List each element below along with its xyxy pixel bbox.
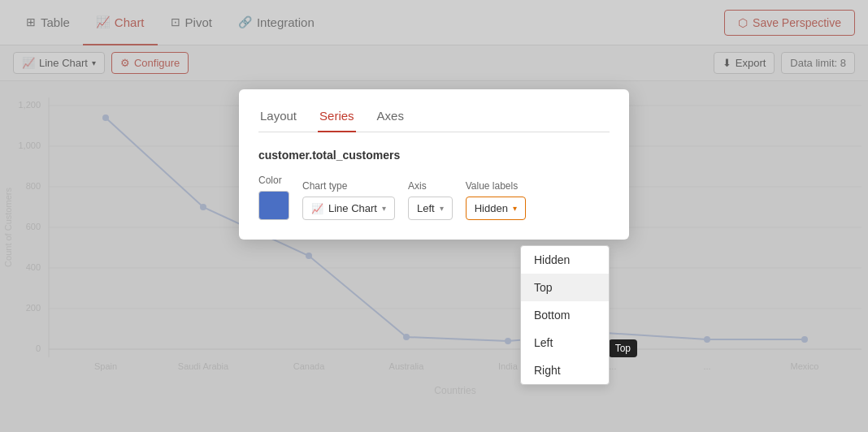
modal-tab-axes[interactable]: Axes xyxy=(375,109,406,132)
series-fields-row: Color Chart type 📈 Line Chart ▾ Axis Lef… xyxy=(258,175,610,220)
chart-type-select-value: Line Chart xyxy=(328,202,377,214)
dropdown-item-right[interactable]: Right xyxy=(521,356,609,384)
top-tooltip: Top xyxy=(609,339,637,357)
axis-field-group: Axis Left ▾ xyxy=(408,180,453,220)
dropdown-item-top[interactable]: Top xyxy=(521,274,609,301)
axis-chevron-icon: ▾ xyxy=(440,204,444,213)
modal-tab-bar: Layout Series Axes xyxy=(258,109,610,132)
modal-tab-layout[interactable]: Layout xyxy=(258,109,298,132)
chart-type-chevron-icon: ▾ xyxy=(382,204,386,213)
chart-type-select-icon: 📈 xyxy=(311,203,323,214)
dropdown-item-hidden[interactable]: Hidden xyxy=(521,246,609,274)
chart-type-field-label: Chart type xyxy=(302,180,395,192)
dropdown-item-bottom[interactable]: Bottom xyxy=(521,301,609,329)
color-field-group: Color xyxy=(258,175,289,220)
chart-type-select[interactable]: 📈 Line Chart ▾ xyxy=(302,197,395,220)
dropdown-item-left[interactable]: Left xyxy=(521,329,609,356)
chart-type-field-group: Chart type 📈 Line Chart ▾ xyxy=(302,180,395,220)
value-labels-chevron-icon: ▾ xyxy=(513,204,517,213)
value-labels-label: Value labels xyxy=(466,180,526,192)
value-labels-dropdown: Hidden Top Bottom Left Right xyxy=(520,245,610,385)
color-label: Color xyxy=(258,175,289,186)
value-labels-select[interactable]: Hidden ▾ xyxy=(466,197,526,220)
modal-tab-series[interactable]: Series xyxy=(318,109,356,132)
color-swatch[interactable] xyxy=(258,191,289,220)
value-labels-field-group: Value labels Hidden ▾ xyxy=(466,180,526,220)
axis-select-value: Left xyxy=(417,202,435,214)
value-labels-select-value: Hidden xyxy=(475,202,508,214)
modal-overlay: Layout Series Axes customer.total_custom… xyxy=(0,0,868,432)
axis-select[interactable]: Left ▾ xyxy=(408,197,453,220)
axis-label: Axis xyxy=(408,180,453,192)
series-modal: Layout Series Axes customer.total_custom… xyxy=(239,89,629,240)
series-name: customer.total_customers xyxy=(258,149,610,162)
